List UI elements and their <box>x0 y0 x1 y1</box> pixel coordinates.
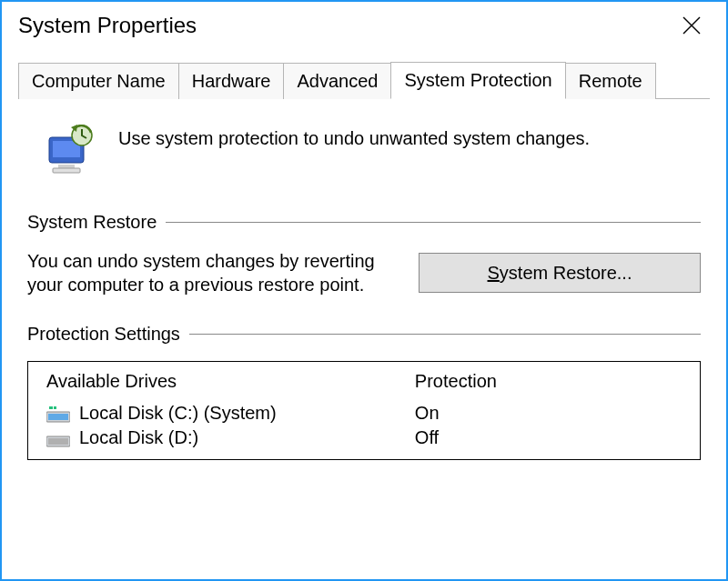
svg-rect-11 <box>54 406 56 409</box>
drive-protection-status: On <box>415 403 682 424</box>
group-title-protection: Protection Settings <box>27 324 189 345</box>
group-system-restore: System Restore You can undo system chang… <box>27 212 701 296</box>
tab-computer-name[interactable]: Computer Name <box>18 63 179 99</box>
drive-row[interactable]: Local Disk (C:) (System) On <box>28 401 700 426</box>
close-icon <box>682 15 702 35</box>
drive-protection-status: Off <box>415 427 682 448</box>
column-header-protection: Protection <box>415 371 682 392</box>
drives-list[interactable]: Available Drives Protection Local Disk (… <box>27 361 701 460</box>
tab-advanced[interactable]: Advanced <box>283 63 391 99</box>
drive-name: Local Disk (C:) (System) <box>79 403 277 424</box>
svg-rect-5 <box>53 168 80 173</box>
disk-icon <box>46 429 70 447</box>
group-header: Protection Settings <box>27 324 701 345</box>
title-bar: System Properties <box>2 2 726 49</box>
window-title: System Properties <box>18 13 197 38</box>
tab-strip: Computer Name Hardware Advanced System P… <box>18 58 710 99</box>
intro-row: Use system protection to undo unwanted s… <box>27 115 701 206</box>
close-button[interactable] <box>673 7 710 44</box>
drive-name: Local Disk (D:) <box>79 427 198 448</box>
system-restore-icon <box>44 125 98 179</box>
tab-system-protection[interactable]: System Protection <box>390 62 565 99</box>
restore-description: You can undo system changes by reverting… <box>27 249 410 296</box>
svg-rect-13 <box>48 438 68 445</box>
tab-remote[interactable]: Remote <box>565 63 656 99</box>
drive-row[interactable]: Local Disk (D:) Off <box>28 426 700 459</box>
svg-rect-10 <box>49 406 53 409</box>
column-header-drives: Available Drives <box>46 371 415 392</box>
group-protection-settings: Protection Settings Available Drives Pro… <box>27 324 701 460</box>
drives-header-row: Available Drives Protection <box>28 362 700 401</box>
svg-rect-9 <box>48 414 68 420</box>
svg-rect-4 <box>58 165 75 168</box>
tab-hardware[interactable]: Hardware <box>178 63 285 99</box>
intro-text: Use system protection to undo unwanted s… <box>118 125 590 149</box>
group-title-restore: System Restore <box>27 212 166 233</box>
separator-line <box>189 334 701 335</box>
separator-line <box>166 222 701 223</box>
tab-content: Use system protection to undo unwanted s… <box>2 99 726 460</box>
system-restore-button[interactable]: System Restore... <box>419 253 701 293</box>
disk-icon <box>46 405 70 423</box>
group-header: System Restore <box>27 212 701 233</box>
